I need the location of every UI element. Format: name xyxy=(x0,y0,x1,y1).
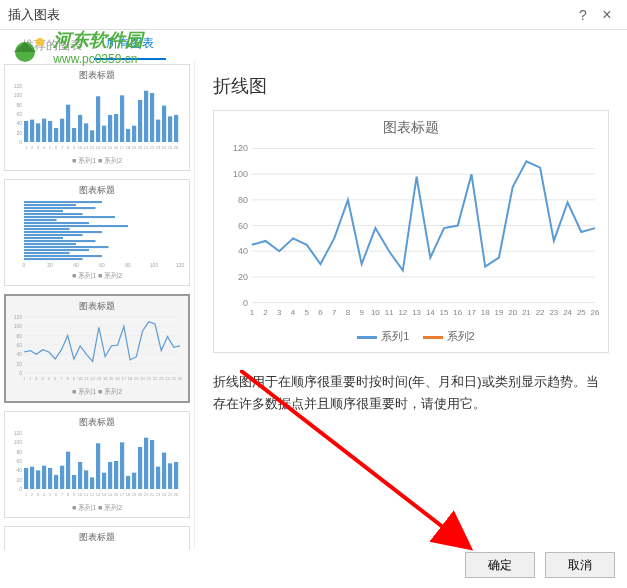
svg-rect-159 xyxy=(96,443,100,489)
svg-text:25: 25 xyxy=(168,145,173,150)
dialog-footer: 确定 取消 xyxy=(465,552,615,578)
svg-rect-33 xyxy=(96,96,100,142)
svg-text:16: 16 xyxy=(453,308,462,317)
svg-text:4: 4 xyxy=(43,492,46,497)
svg-rect-177 xyxy=(150,440,154,489)
svg-rect-149 xyxy=(66,452,70,489)
svg-text:26: 26 xyxy=(174,145,179,150)
svg-rect-179 xyxy=(156,467,160,489)
svg-text:4: 4 xyxy=(291,308,296,317)
tab-all[interactable]: 所有图表 xyxy=(94,29,166,60)
svg-text:5: 5 xyxy=(48,376,51,381)
svg-text:60: 60 xyxy=(99,262,105,268)
svg-text:60: 60 xyxy=(16,111,22,117)
svg-text:14: 14 xyxy=(102,145,107,150)
chart-description: 折线图用于在顺序很重要时按时间(年、月和日)或类别显示趋势。当存在许多数据点并且… xyxy=(213,371,609,415)
svg-text:9: 9 xyxy=(359,308,364,317)
svg-rect-79 xyxy=(24,255,102,257)
close-icon[interactable]: × xyxy=(595,6,619,24)
svg-text:20: 20 xyxy=(16,130,22,136)
svg-text:24: 24 xyxy=(165,376,170,381)
svg-rect-37 xyxy=(108,115,112,142)
svg-rect-65 xyxy=(24,213,83,215)
tabs-bar: 推荐的图表 所有图表 xyxy=(0,30,627,60)
svg-text:2: 2 xyxy=(31,492,34,497)
svg-text:11: 11 xyxy=(84,492,89,497)
svg-text:13: 13 xyxy=(96,145,101,150)
svg-rect-57 xyxy=(168,116,172,142)
svg-rect-171 xyxy=(132,473,136,489)
svg-text:20: 20 xyxy=(138,145,143,150)
svg-text:9: 9 xyxy=(73,492,76,497)
svg-text:3: 3 xyxy=(37,145,40,150)
thumb-bar-chart[interactable]: 图表标题 02040608010012012345678910111213141… xyxy=(4,64,190,171)
svg-text:5: 5 xyxy=(49,492,52,497)
svg-text:11: 11 xyxy=(385,308,394,317)
thumb-line-chart[interactable]: 图表标题 02040608010012012345678910111213141… xyxy=(4,294,190,403)
svg-text:15: 15 xyxy=(440,308,449,317)
main-panel: 折线图 图表标题 0204060801001201234567891011121… xyxy=(195,60,627,550)
svg-text:10: 10 xyxy=(371,308,380,317)
svg-text:120: 120 xyxy=(176,262,185,268)
thumb-chart-5[interactable]: 图表标题 xyxy=(4,526,190,550)
ok-button[interactable]: 确定 xyxy=(465,552,535,578)
svg-text:100: 100 xyxy=(14,439,23,445)
svg-text:100: 100 xyxy=(150,262,159,268)
svg-text:4: 4 xyxy=(43,145,46,150)
svg-text:40: 40 xyxy=(16,120,22,126)
tab-recommended[interactable]: 推荐的图表 xyxy=(10,31,94,60)
svg-text:10: 10 xyxy=(78,376,83,381)
svg-text:40: 40 xyxy=(16,467,22,473)
svg-text:13: 13 xyxy=(412,308,421,317)
svg-text:26: 26 xyxy=(178,376,183,381)
svg-rect-62 xyxy=(24,204,76,206)
svg-text:5: 5 xyxy=(305,308,310,317)
svg-text:18: 18 xyxy=(126,492,131,497)
svg-text:100: 100 xyxy=(233,169,248,179)
svg-rect-169 xyxy=(126,476,130,489)
svg-rect-68 xyxy=(24,222,89,224)
cancel-button[interactable]: 取消 xyxy=(545,552,615,578)
svg-text:15: 15 xyxy=(108,145,113,150)
svg-text:6: 6 xyxy=(55,145,58,150)
thumb-bar-chart-2[interactable]: 图表标题 02040608010012012345678910111213141… xyxy=(4,411,190,518)
svg-rect-151 xyxy=(72,475,76,489)
chart-preview: 图表标题 02040608010012012345678910111213141… xyxy=(213,110,609,353)
svg-text:11: 11 xyxy=(84,145,89,150)
svg-text:14: 14 xyxy=(426,308,435,317)
svg-text:8: 8 xyxy=(67,145,70,150)
svg-text:14: 14 xyxy=(102,492,107,497)
titlebar: 插入图表 ? × xyxy=(0,0,627,30)
svg-text:8: 8 xyxy=(67,492,70,497)
svg-text:18: 18 xyxy=(481,308,490,317)
svg-text:20: 20 xyxy=(16,477,22,483)
svg-rect-161 xyxy=(102,473,106,489)
svg-text:19: 19 xyxy=(495,308,504,317)
help-icon[interactable]: ? xyxy=(571,7,595,23)
svg-rect-72 xyxy=(24,234,83,236)
svg-rect-143 xyxy=(48,468,52,489)
svg-text:17: 17 xyxy=(120,492,125,497)
svg-rect-25 xyxy=(72,128,76,142)
thumb-hbar-chart[interactable]: 图表标题 020406080100120 ■ 系列1 ■ 系列2 xyxy=(4,179,190,286)
svg-text:20: 20 xyxy=(16,361,22,367)
svg-rect-70 xyxy=(24,228,70,230)
svg-text:12: 12 xyxy=(90,492,95,497)
svg-rect-163 xyxy=(108,462,112,489)
svg-text:18: 18 xyxy=(128,376,133,381)
svg-text:6: 6 xyxy=(318,308,323,317)
svg-text:23: 23 xyxy=(156,492,161,497)
svg-rect-185 xyxy=(174,462,178,489)
svg-text:26: 26 xyxy=(591,308,600,317)
svg-text:22: 22 xyxy=(150,145,155,150)
svg-text:3: 3 xyxy=(277,308,282,317)
chart-legend: 系列1 系列2 xyxy=(222,329,600,344)
svg-text:120: 120 xyxy=(233,143,248,153)
svg-rect-139 xyxy=(36,470,40,489)
chart-thumbnail-list[interactable]: 图表标题 02040608010012012345678910111213141… xyxy=(0,60,195,550)
svg-text:3: 3 xyxy=(35,376,38,381)
svg-text:7: 7 xyxy=(61,145,64,150)
svg-rect-76 xyxy=(24,246,109,248)
svg-text:21: 21 xyxy=(144,145,149,150)
svg-text:7: 7 xyxy=(60,376,63,381)
